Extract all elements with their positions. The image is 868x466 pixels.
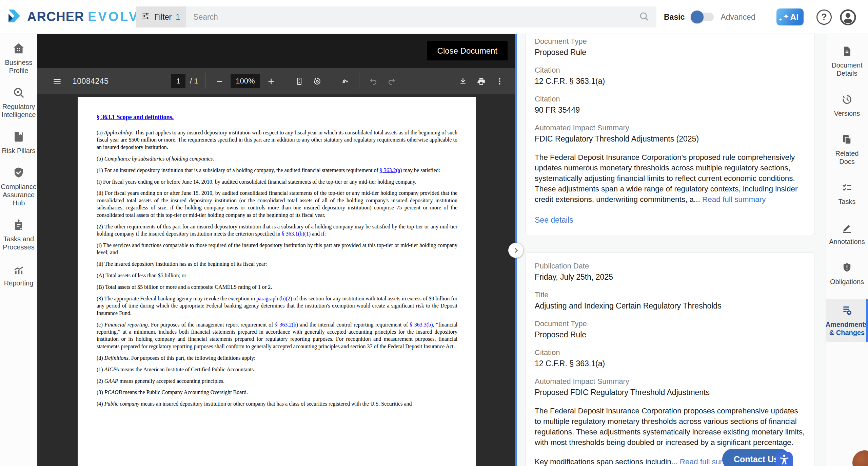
paragraph-text: and the internal control reporting requi… [298,322,410,328]
history-icon [841,94,853,107]
zoom-level-input[interactable]: 100% [231,74,260,88]
field-value: 90 FR 35449 [535,105,805,115]
tab-versions[interactable]: Versions [826,91,868,120]
logo-arrow-icon [7,9,23,24]
building-home-icon [12,42,25,56]
tab-label: Amendments & Changes [826,320,868,337]
tab-document-details[interactable]: Document Details [826,43,868,80]
paragraph-text: (1) [97,367,104,372]
regulation-paragraph: (ii) For fiscal years ending on or after… [97,189,457,219]
italic-term: Applicability [104,130,132,135]
shield-alert-icon [841,262,853,275]
tab-obligations[interactable]: Obligations [826,259,868,288]
citation-link[interactable]: § 363.1(b)(1) [282,231,311,237]
paragraph-text: (ii) For fiscal years ending on or after… [97,190,457,218]
more-options-icon[interactable] [493,74,506,88]
paragraph-text: (ii) The insured depository institution … [97,261,267,267]
field-value: 12 C.F.R. § 363.1(a) [535,76,805,86]
sidebar-item-label: Business Profile [1,58,37,75]
top-bar: ARCHER EVOLV™ Filter 1 B [0,0,868,34]
app-logo: ARCHER EVOLV™ [7,9,143,24]
print-icon[interactable] [474,74,488,88]
sidebar-item-compliance-assurance-hub[interactable]: Compliance Assurance Hub [0,166,37,207]
tab-tasks[interactable]: Tasks [826,179,868,208]
field-document-type: Document TypeProposed Rule [535,319,805,340]
sidebar-item-tasks-and-processes[interactable]: Tasks and Processes [0,219,37,251]
citation-link[interactable]: § 363.2(a) [380,167,402,173]
accessibility-icon[interactable] [776,452,793,466]
field-value: 12 C.F.R. § 363.1(a) [535,358,805,369]
regulation-paragraph: (2) The other requirements of this part … [97,223,457,238]
see-details-link[interactable]: See details [535,216,573,225]
search-icon [639,11,649,23]
citation-link[interactable]: paragraph (b)(2) [256,296,292,301]
paragraph-text: may be satisfied: [402,167,440,173]
pencil-icon [841,222,853,235]
field-label: Citation [535,94,805,104]
redo-icon[interactable] [384,74,398,88]
field-value: Proposed Rule [535,47,805,57]
search-input[interactable] [193,13,639,22]
regulation-paragraph: (3) PCAOB means the Public Company Accou… [97,389,457,396]
user-avatar[interactable] [840,9,856,26]
tab-related-docs[interactable]: Related Docs [826,131,868,168]
regulation-paragraph: (2) GAAP means generally accepted accoun… [97,377,457,385]
toolbar-menu-icon[interactable] [50,74,64,88]
fit-to-page-button[interactable] [292,74,306,88]
close-document-button[interactable]: Close Document [427,41,508,60]
citation-link[interactable]: § 363.3(b) [410,322,433,328]
citation-link[interactable]: § 363.2(b) [275,322,298,328]
paragraph-text: . This part applies to any insured depos… [97,130,457,150]
help-icon[interactable]: ? [816,10,832,25]
zoom-in-button[interactable] [264,74,278,88]
field-label: Automated Impact Summary [535,123,805,133]
expand-panel-chevron-icon[interactable] [508,243,524,258]
search-input-wrap [186,6,656,27]
zoom-out-button[interactable] [213,74,226,88]
section-heading-link[interactable]: § 363.1 Scope and definitions. [97,114,174,121]
italic-term: Financial reporting [104,322,147,328]
italic-term: Definitions [104,355,129,361]
doc-plus-icon [841,305,853,318]
sidebar-item-label: Regulatory Intelligence [1,102,37,119]
document-id: 10084245 [73,77,108,86]
annotate-icon[interactable] [338,74,352,88]
regulation-paragraph: (c) Financial reporting. For purposes of… [97,321,457,350]
rotate-button[interactable] [310,74,324,88]
field-citation: Citation12 C.F.R. § 363.1(a) [535,348,805,369]
paragraph-text: (B) Total assets of $5 billion or more a… [97,284,272,290]
ai-button[interactable]: ✦ ✦ AI [776,8,804,25]
advanced-label: Advanced [721,13,755,22]
pdf-toolbar: 10084245 1 / 1 100% [37,68,515,94]
regulation-paragraph: (i) The services and functions comparabl… [97,242,457,256]
filter-button[interactable]: Filter 1 [136,6,186,27]
undo-icon[interactable] [367,74,380,88]
page-number-input[interactable]: 1 [171,74,185,88]
tab-annotations[interactable]: Annotations [826,219,868,248]
document-details-panel: Document TypeProposed RuleCitation12 C.F… [517,34,826,466]
toggle-knob[interactable] [691,11,704,23]
summary-title: Proposed FDIC Regulatory Threshold Adjus… [535,387,805,397]
paragraph-text: (i) For fiscal years ending on or before… [97,179,416,185]
basic-advanced-toggle[interactable] [691,13,714,21]
document-details-card: Publication DateFriday, July 25th, 2025T… [526,252,814,466]
regulation-paragraph: (1) For an insured depository institutio… [97,167,457,174]
sidebar-item-reporting[interactable]: Reporting [0,263,37,287]
regulation-paragraph: (B) Total assets of $5 billion or more a… [97,283,457,291]
sidebar-item-label: Risk Pillars [2,147,36,155]
shield-check-icon [12,166,25,181]
ai-button-label: AI [790,12,798,22]
regulation-paragraph: (3) The appropriate Federal banking agen… [97,295,457,317]
document-details-card: Document TypeProposed RuleCitation12 C.F… [526,34,814,235]
sidebar-item-regulatory-intelligence[interactable]: Regulatory Intelligence [0,86,37,119]
field-citation: Citation90 FR 35449 [535,94,805,115]
sidebar-item-business-profile[interactable]: Business Profile [0,42,37,75]
sidebar-item-risk-pillars[interactable]: Risk Pillars [0,130,37,155]
read-full-summary-link[interactable]: Read full summary [702,195,766,204]
pdf-canvas-area[interactable]: § 363.1 Scope and definitions. (a) Appli… [37,94,515,466]
download-icon[interactable] [456,74,470,88]
field-title: TitleAdjusting and Indexing Certain Regu… [535,290,805,311]
tab-amendments-changes[interactable]: Amendments & Changes [826,299,868,342]
regulation-paragraph: (1) AICPA means the American Institute o… [97,366,457,373]
tab-label: Versions [834,109,860,117]
